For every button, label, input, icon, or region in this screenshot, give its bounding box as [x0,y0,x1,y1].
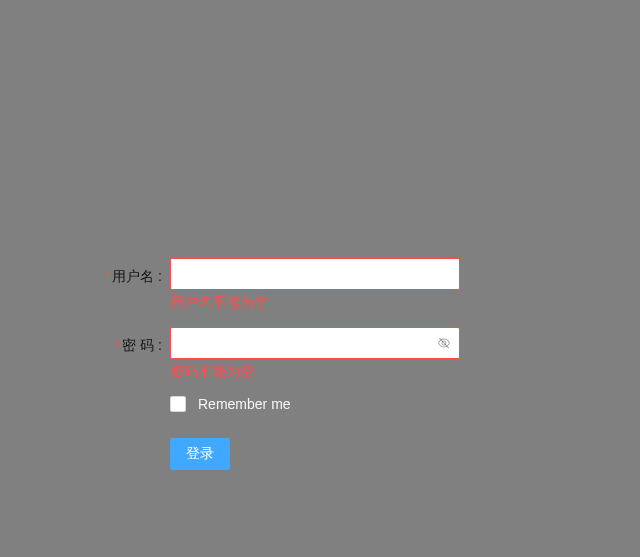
remember-me-checkbox[interactable] [170,396,186,412]
required-asterisk-icon: * [105,268,110,284]
required-asterisk-icon: * [115,337,120,353]
password-control: 密码不能为空 [170,327,460,382]
password-label-cell: *密 码 : [0,327,170,356]
login-form: *用户名 : 用户名不能为空 *密 码 : 密码不能为空 Remember me [0,258,640,470]
password-input[interactable] [170,327,460,359]
username-control: 用户名不能为空 [170,258,460,313]
password-error: 密码不能为空 [170,359,460,382]
remember-me-label[interactable]: Remember me [198,396,291,412]
remember-me-row: Remember me [0,388,640,420]
username-label: 用户名 : [112,268,162,284]
username-label-cell: *用户名 : [0,258,170,287]
username-input[interactable] [170,258,460,290]
password-label: 密 码 : [122,337,162,353]
password-input-box [170,327,460,359]
password-row: *密 码 : 密码不能为空 [0,327,640,382]
login-button[interactable]: 登录 [170,438,230,470]
username-row: *用户名 : 用户名不能为空 [0,258,640,313]
eye-invisible-icon[interactable] [436,335,452,351]
submit-row: 登录 [0,438,640,470]
username-error: 用户名不能为空 [170,290,460,313]
username-input-box [170,258,460,290]
